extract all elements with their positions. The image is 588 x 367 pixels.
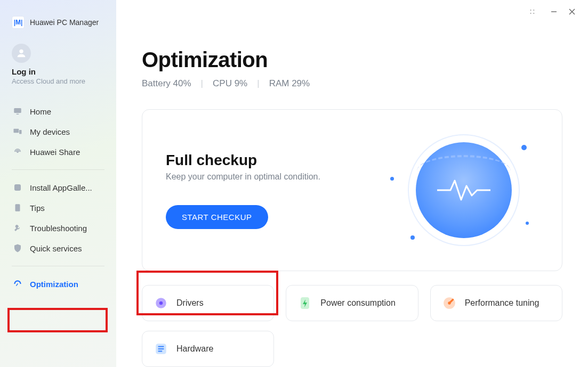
sidebar-item-label: Home <box>30 107 51 116</box>
sidebar-item-label: Install AppGalle... <box>30 183 92 192</box>
app-brand: |M| Huawei PC Manager <box>0 16 116 44</box>
svg-point-16 <box>448 301 450 304</box>
window-controls: ∷ <box>518 0 588 23</box>
menu-dots-icon[interactable]: ∷ <box>530 7 536 16</box>
orb-dash-icon <box>417 155 511 171</box>
bolt-icon <box>298 296 312 310</box>
shield-icon <box>13 243 22 253</box>
login-label: Log in <box>12 67 104 76</box>
svg-rect-5 <box>17 114 19 115</box>
ram-stat: RAM 29% <box>269 78 310 89</box>
sidebar-item-label: Optimization <box>30 280 78 289</box>
tile-hardware[interactable]: Hardware <box>142 331 274 367</box>
orb-icon <box>416 142 512 238</box>
checkup-subtitle: Keep your computer in optimal condition. <box>166 172 320 182</box>
avatar-icon <box>12 44 31 63</box>
sidebar-item-label: Quick services <box>30 244 82 253</box>
page-title: Optimization <box>142 48 562 72</box>
app-title: Huawei PC Manager <box>30 18 99 27</box>
svg-rect-18 <box>158 346 164 347</box>
svg-rect-19 <box>158 348 164 349</box>
close-button[interactable] <box>568 7 576 16</box>
sidebar-item-label: My devices <box>30 127 70 136</box>
sidebar-item-label: Tips <box>30 203 45 213</box>
orbit-dot-icon <box>410 235 415 240</box>
tips-icon <box>13 203 22 213</box>
wrench-icon <box>13 223 22 233</box>
svg-point-13 <box>159 301 163 305</box>
svg-rect-7 <box>19 130 22 134</box>
sidebar-item-label: Troubleshooting <box>30 224 87 233</box>
account-block[interactable]: Log in Access Cloud and more <box>0 44 116 101</box>
tile-label: Hardware <box>176 344 213 354</box>
stat-separator: | <box>257 78 259 89</box>
nav-group-tools: Install AppGalle... Tips Troubleshooting… <box>0 177 116 258</box>
svg-rect-4 <box>14 108 21 113</box>
tile-label: Performance tuning <box>465 298 539 308</box>
sidebar-item-label: Huawei Share <box>30 148 80 157</box>
sidebar-item-devices[interactable]: My devices <box>6 121 110 142</box>
signal-icon <box>13 147 22 157</box>
sidebar-item-optimization[interactable]: Optimization <box>6 274 110 294</box>
login-sublabel: Access Cloud and more <box>12 77 104 85</box>
pulse-icon <box>437 174 490 206</box>
svg-point-3 <box>19 50 23 53</box>
orbit-dot-icon <box>526 222 529 225</box>
app-window: ∷ |M| Huawei PC Manager Log in Access Cl… <box>0 0 588 367</box>
app-icon <box>13 183 22 192</box>
tile-label: Power consumption <box>320 298 396 308</box>
svg-rect-10 <box>15 204 20 211</box>
svg-point-8 <box>17 151 18 152</box>
svg-rect-6 <box>14 129 19 133</box>
start-checkup-button[interactable]: START CHECKUP <box>166 205 268 229</box>
sidebar: |M| Huawei PC Manager Log in Access Clou… <box>0 0 116 367</box>
app-logo-icon: |M| <box>12 16 25 29</box>
checkup-title: Full checkup <box>166 152 320 169</box>
system-stats: Battery 40% | CPU 9% | RAM 29% <box>142 78 562 89</box>
checkup-card: Full checkup Keep your computer in optim… <box>142 109 562 271</box>
battery-stat: Battery 40% <box>142 78 191 89</box>
nav-group-opt: Optimization <box>0 274 116 294</box>
cpu-stat: CPU 9% <box>213 78 247 89</box>
tile-performance[interactable]: Performance tuning <box>430 285 562 321</box>
sidebar-item-tips[interactable]: Tips <box>6 198 110 218</box>
stat-separator: | <box>201 78 203 89</box>
sidebar-item-troubleshoot[interactable]: Troubleshooting <box>6 218 110 238</box>
checkup-illustration <box>389 129 538 251</box>
gauge-icon <box>442 296 456 310</box>
sidebar-item-share[interactable]: Huawei Share <box>6 142 110 162</box>
nav-separator <box>12 169 104 170</box>
devices-icon <box>13 127 22 136</box>
nav-group-main: Home My devices Huawei Share <box>0 101 116 162</box>
svg-rect-11 <box>16 283 18 286</box>
svg-rect-20 <box>158 350 163 352</box>
main-content: Optimization Battery 40% | CPU 9% | RAM … <box>116 0 588 367</box>
orbit-dot-icon <box>390 177 394 181</box>
list-icon <box>154 342 168 356</box>
dashboard-icon <box>13 279 22 289</box>
checkup-text: Full checkup Keep your computer in optim… <box>166 152 320 229</box>
tile-power[interactable]: Power consumption <box>286 285 418 321</box>
tile-label: Drivers <box>176 298 204 308</box>
sidebar-item-quickservices[interactable]: Quick services <box>6 238 110 258</box>
tile-drivers[interactable]: Drivers <box>142 285 274 321</box>
gear-icon <box>154 296 168 310</box>
tool-tiles: Drivers Power consumption Performance tu… <box>142 285 562 321</box>
sidebar-item-home[interactable]: Home <box>6 101 110 121</box>
orbit-dot-icon <box>521 145 527 150</box>
minimize-button[interactable] <box>550 7 558 16</box>
sidebar-item-appgallery[interactable]: Install AppGalle... <box>6 177 110 198</box>
nav-separator <box>12 266 104 266</box>
svg-rect-9 <box>14 184 21 191</box>
monitor-icon <box>13 107 22 116</box>
